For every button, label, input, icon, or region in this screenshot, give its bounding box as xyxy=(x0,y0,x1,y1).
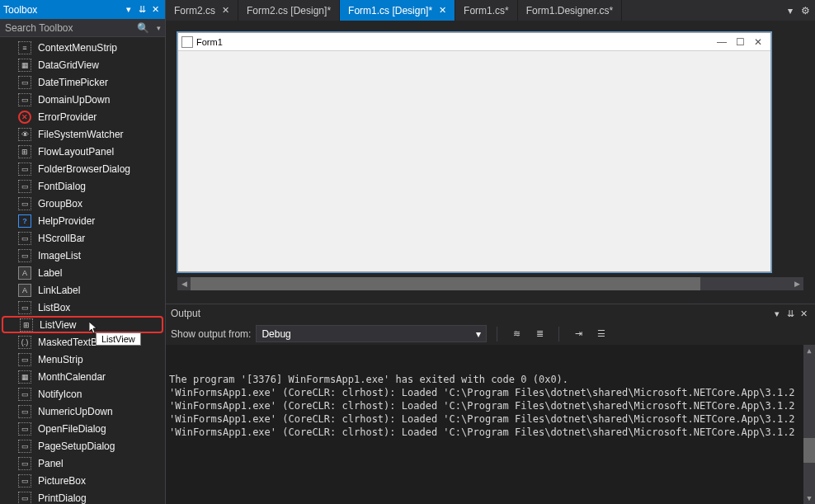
tab-form1-designer-cs-[interactable]: Form1.Designer.cs* xyxy=(518,0,622,21)
label-icon: A xyxy=(18,266,31,280)
minimize-icon[interactable]: — xyxy=(713,36,731,48)
tab-close-icon[interactable]: ✕ xyxy=(222,5,229,16)
toolbox-item-label: FontDialog xyxy=(38,181,86,192)
scroll-right-icon[interactable]: ▶ xyxy=(790,280,803,288)
fontdialog-icon: ▭ xyxy=(18,180,31,193)
toolbox-item-groupbox[interactable]: ▭GroupBox xyxy=(0,195,165,212)
tab-form2-cs[interactable]: Form2.cs✕ xyxy=(166,0,238,21)
toolbox-item-notifyicon[interactable]: ▭NotifyIcon xyxy=(0,385,165,403)
tabs-dropdown-icon[interactable]: ▾ xyxy=(788,5,793,16)
toolbox-item-hscrollbar[interactable]: ▭HScrollBar xyxy=(0,229,165,247)
scroll-down-icon[interactable]: ▼ xyxy=(807,492,811,504)
datetimepicker-icon: ▭ xyxy=(18,76,31,89)
toolbox-item-label: FileSystemWatcher xyxy=(38,129,124,140)
toolbox-item-label: Panel xyxy=(38,458,64,469)
form-window[interactable]: Form1 — ☐ ✕ xyxy=(177,32,771,272)
pin-icon[interactable]: ⇊ xyxy=(135,4,148,15)
output-pin-icon[interactable]: ⇊ xyxy=(784,309,797,319)
toolbox-item-label: PageSetupDialog xyxy=(38,440,115,452)
pagesetupdialog-icon: ▭ xyxy=(18,440,31,453)
tab-utilities: ▾ ⚙ xyxy=(783,0,815,21)
scroll-thumb[interactable] xyxy=(803,438,815,463)
toolbox-item-numericupdown[interactable]: ▭NumericUpDown xyxy=(0,403,165,420)
indent-icon[interactable]: ⇥ xyxy=(569,325,587,343)
scroll-thumb[interactable] xyxy=(191,277,700,290)
output-source-dropdown[interactable]: Debug ▾ xyxy=(256,325,487,342)
scroll-track[interactable] xyxy=(191,277,790,290)
toolbox-item-datetimepicker[interactable]: ▭DateTimePicker xyxy=(0,73,165,91)
maximize-icon[interactable]: ☐ xyxy=(731,36,749,48)
toolbox-item-pagesetupdialog[interactable]: ▭PageSetupDialog xyxy=(0,437,165,455)
toolbox-list: ≡ContextMenuStrip▦DataGridView▭DateTimeP… xyxy=(0,37,165,504)
toolbox-item-printdialog[interactable]: ▭PrintDialog xyxy=(0,489,165,504)
filesystemwatcher-icon: 👁 xyxy=(18,128,31,141)
output-source-value: Debug xyxy=(261,328,290,340)
toolbox-item-listbox[interactable]: ▭ListBox xyxy=(0,299,165,316)
search-icon[interactable]: 🔍 xyxy=(134,22,152,34)
toolbox-item-imagelist[interactable]: ▭ImageList xyxy=(0,247,165,264)
toolbox-item-errorprovider[interactable]: ✕ErrorProvider xyxy=(0,108,165,125)
listbox-icon: ▭ xyxy=(18,301,31,314)
listview-icon: ⊞ xyxy=(20,318,33,332)
toolbox-item-folderbrowserdialog[interactable]: ▭FolderBrowserDialog xyxy=(0,160,165,177)
toolbox-options-icon[interactable]: ▾ xyxy=(122,4,135,15)
clear-all-icon[interactable]: ≋ xyxy=(507,325,525,343)
output-title: Output xyxy=(171,308,770,319)
toolbox-item-menustrip[interactable]: ▭MenuStrip xyxy=(0,351,165,368)
tab-label: Form1.cs [Design]* xyxy=(348,5,432,16)
tab-close-icon[interactable]: ✕ xyxy=(439,5,446,16)
toolbox-item-label: MonthCalendar xyxy=(38,371,106,383)
toolbox-item-flowlayoutpanel[interactable]: ⊞FlowLayoutPanel xyxy=(0,143,165,160)
tab-form2-cs--design--[interactable]: Form2.cs [Design]* xyxy=(238,0,340,21)
toolbox-item-label: LinkLabel xyxy=(38,285,80,296)
toolbox-item-listview[interactable]: ⊞ListViewListView xyxy=(2,316,163,333)
toolbox-item-fontdialog[interactable]: ▭FontDialog xyxy=(0,177,165,195)
tab-form1-cs--design--[interactable]: Form1.cs [Design]*✕ xyxy=(340,0,455,21)
output-options-icon[interactable]: ▾ xyxy=(770,309,784,319)
menustrip-icon: ▭ xyxy=(18,353,31,366)
tooltip: ListView xyxy=(96,332,141,346)
separator xyxy=(497,327,497,341)
contextmenustrip-icon: ≡ xyxy=(18,41,31,54)
toolbox-item-label[interactable]: ALabel xyxy=(0,264,165,281)
designer-surface[interactable]: Form1 — ☐ ✕ ◀ ▶ xyxy=(166,21,815,304)
toolbox-item-label: DateTimePicker xyxy=(38,77,108,88)
toolbox-item-contextmenustrip[interactable]: ≡ContextMenuStrip xyxy=(0,39,165,56)
collapse-icon[interactable]: ▾ xyxy=(152,24,165,32)
search-input[interactable] xyxy=(0,21,134,35)
output-close-icon[interactable]: ✕ xyxy=(797,309,810,319)
toolbox-item-helpprovider[interactable]: ?HelpProvider xyxy=(0,212,165,229)
toolbox-header: Toolbox ▾ ⇊ ✕ xyxy=(0,0,165,19)
toolbox-panel: Toolbox ▾ ⇊ ✕ 🔍 ▾ ≡ContextMenuStrip▦Data… xyxy=(0,0,166,504)
toolbox-item-datagridview[interactable]: ▦DataGridView xyxy=(0,56,165,73)
output-vertical-scrollbar[interactable]: ▲ ▼ xyxy=(803,345,815,504)
toolbox-item-picturebox[interactable]: ▭PictureBox xyxy=(0,472,165,489)
horizontal-scrollbar[interactable]: ◀ ▶ xyxy=(177,277,803,290)
output-toolbar: Show output from: Debug ▾ ≋ ≣ ⇥ ☰ xyxy=(166,323,815,345)
form-client-area[interactable] xyxy=(178,51,770,271)
window-options-icon[interactable]: ⚙ xyxy=(801,5,810,16)
groupbox-icon: ▭ xyxy=(18,197,31,210)
close-window-icon[interactable]: ✕ xyxy=(749,36,767,48)
tab-form1-cs-[interactable]: Form1.cs* xyxy=(455,0,518,21)
form-icon xyxy=(181,36,193,48)
toggle-wrap-icon[interactable]: ≣ xyxy=(530,325,549,343)
scroll-left-icon[interactable]: ◀ xyxy=(177,280,191,288)
form-titlebar: Form1 — ☐ ✕ xyxy=(178,33,770,51)
goto-icon[interactable]: ☰ xyxy=(592,325,610,343)
scroll-up-icon[interactable]: ▲ xyxy=(807,345,811,356)
toolbox-item-filesystemwatcher[interactable]: 👁FileSystemWatcher xyxy=(0,125,165,143)
toolbox-item-domainupdown[interactable]: ▭DomainUpDown xyxy=(0,91,165,108)
output-line: The program '[3376] WinFormsApp1.exe' ha… xyxy=(169,373,812,386)
toolbox-item-openfiledialog[interactable]: ▭OpenFileDialog xyxy=(0,420,165,437)
show-output-label: Show output from: xyxy=(171,328,251,340)
tab-label: Form2.cs [Design]* xyxy=(247,5,331,16)
toolbox-item-linklabel[interactable]: ALinkLabel xyxy=(0,281,165,299)
toolbox-item-monthcalendar[interactable]: ▦MonthCalendar xyxy=(0,368,165,385)
close-icon[interactable]: ✕ xyxy=(148,4,162,15)
maskedtextbox-icon: (.) xyxy=(18,336,31,349)
toolbox-item-label: FlowLayoutPanel xyxy=(38,146,114,158)
toolbox-item-panel[interactable]: ▭Panel xyxy=(0,455,165,472)
output-text[interactable]: The program '[3376] WinFormsApp1.exe' ha… xyxy=(166,345,815,504)
tab-label: Form1.Designer.cs* xyxy=(526,5,613,16)
